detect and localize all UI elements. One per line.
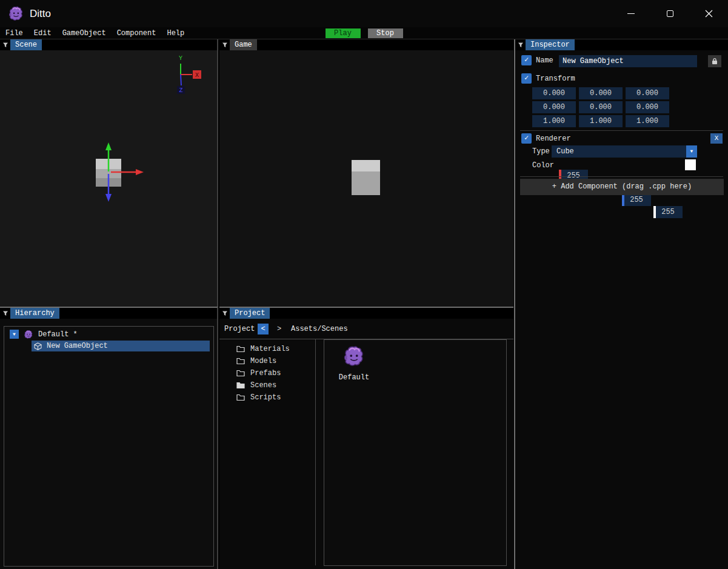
forward-button[interactable]: > xyxy=(277,325,281,333)
titlebar: Ditto xyxy=(0,0,728,27)
app-logo-ditto-icon xyxy=(8,5,24,22)
name-input[interactable] xyxy=(559,55,697,67)
hierarchy-root-row[interactable]: ▼ Default * xyxy=(4,328,213,340)
folder-icon xyxy=(236,370,245,377)
scene-panel: Scene Y X Z xyxy=(0,39,218,307)
tab-project[interactable]: Project xyxy=(230,308,270,319)
folder-label: Scenes xyxy=(250,381,276,390)
play-button[interactable]: Play xyxy=(326,28,361,38)
transform-position-z[interactable]: 0.000 xyxy=(626,87,669,99)
renderer-type-label: Type xyxy=(532,147,550,157)
lock-icon xyxy=(711,58,718,65)
renderer-label: Renderer xyxy=(536,134,571,144)
tab-inspector[interactable]: Inspector xyxy=(526,39,575,50)
gizmo-x-handle[interactable] xyxy=(136,169,144,175)
game-panel-menu-icon[interactable] xyxy=(219,42,230,48)
color-strip-blue xyxy=(622,194,624,206)
project-panel-header: Project xyxy=(219,308,513,319)
back-button[interactable]: < xyxy=(258,324,269,334)
close-icon xyxy=(705,10,713,18)
transform-rotation-y[interactable]: 0.000 xyxy=(579,101,623,113)
axis-y-label: Y xyxy=(179,55,182,62)
menu-component[interactable]: Component xyxy=(112,27,162,39)
gizmo-z-handle[interactable] xyxy=(105,194,112,202)
transform-rotation-z[interactable]: 0.000 xyxy=(626,101,669,113)
project-panel-menu-icon[interactable] xyxy=(219,310,230,316)
hierarchy-item-label: New GameObject xyxy=(47,342,108,350)
transform-scale-z[interactable]: 1.000 xyxy=(626,115,669,127)
axis-z-label: Z xyxy=(179,87,182,94)
folder-label: Models xyxy=(250,357,276,365)
renderer-remove-button[interactable]: X xyxy=(710,133,723,144)
hierarchy-root-label[interactable]: Default * xyxy=(38,330,78,339)
maximize-button[interactable] xyxy=(650,0,689,27)
scene-asset-ditto-icon xyxy=(342,345,366,368)
color-value-a: 255 xyxy=(661,208,675,216)
folder-label: Scripts xyxy=(250,393,281,402)
transform-label: Transform xyxy=(536,74,575,84)
folder-label: Materials xyxy=(250,345,290,353)
menu-help[interactable]: Help xyxy=(161,27,190,39)
menu-file[interactable]: File xyxy=(0,27,28,39)
tree-expand-toggle[interactable]: ▼ xyxy=(10,330,19,339)
hierarchy-tree: ▼ Default * New GameObject xyxy=(4,326,214,567)
game-panel-header: Game xyxy=(219,39,513,50)
transform-scale-x[interactable]: 1.000 xyxy=(532,115,576,127)
transform-rotation-x[interactable]: 0.000 xyxy=(532,101,576,113)
folder-prefabs[interactable]: Prefabs xyxy=(236,367,281,379)
tab-hierarchy[interactable]: Hierarchy xyxy=(10,308,59,319)
project-panel: Project Project < > Assets/Scenes Materi… xyxy=(219,307,513,569)
hierarchy-panel-menu-icon[interactable] xyxy=(0,310,10,316)
renderer-type-dropdown[interactable]: Cube ▼ xyxy=(552,145,697,158)
color-channel-a[interactable]: 255 xyxy=(653,206,683,218)
scene-viewport[interactable]: Y X Z xyxy=(0,50,217,307)
close-button[interactable] xyxy=(689,0,728,27)
folder-label: Prefabs xyxy=(250,369,281,378)
scene-ditto-icon xyxy=(24,330,33,339)
scene-gizmos: Y X Z xyxy=(0,50,217,305)
name-enabled-checkbox[interactable]: ✓ xyxy=(521,55,532,65)
translate-gizmo[interactable] xyxy=(105,142,144,202)
name-label: Name xyxy=(536,56,553,66)
inspector-separator-1 xyxy=(520,130,723,131)
folder-materials[interactable]: Materials xyxy=(236,343,290,354)
color-strip-alpha xyxy=(653,206,656,218)
hierarchy-item-new-gameobject[interactable]: New GameObject xyxy=(32,341,210,351)
renderer-color-label: Color xyxy=(532,161,554,171)
transform-scale-y[interactable]: 1.000 xyxy=(579,115,623,127)
game-cube-object xyxy=(352,160,380,195)
lock-button[interactable] xyxy=(708,55,721,67)
tab-game[interactable]: Game xyxy=(230,39,257,50)
folder-scenes[interactable]: Scenes xyxy=(236,379,276,391)
asset-grid: Default xyxy=(324,339,507,566)
game-cube-front-face xyxy=(352,171,380,195)
stop-button[interactable]: Stop xyxy=(368,28,403,38)
transform-position-x[interactable]: 0.000 xyxy=(532,87,576,99)
maximize-icon xyxy=(667,10,673,17)
dropdown-arrow-icon: ▼ xyxy=(686,145,697,158)
folder-scripts[interactable]: Scripts xyxy=(236,391,281,403)
game-viewport xyxy=(219,50,513,307)
menu-gameobject[interactable]: GameObject xyxy=(57,27,112,39)
asset-default-scene[interactable]: Default xyxy=(336,345,372,382)
tab-scene[interactable]: Scene xyxy=(10,39,42,50)
folder-icon xyxy=(236,345,245,353)
transform-enabled-checkbox[interactable]: ✓ xyxy=(521,73,532,84)
folder-models[interactable]: Models xyxy=(236,355,276,367)
game-cube-top-face xyxy=(352,160,380,171)
menu-edit[interactable]: Edit xyxy=(28,27,57,39)
transform-position-y[interactable]: 0.000 xyxy=(579,87,623,99)
minimize-button[interactable] xyxy=(612,0,650,27)
inspector-separator-2 xyxy=(520,176,723,177)
window-title: Ditto xyxy=(30,8,51,20)
renderer-enabled-checkbox[interactable]: ✓ xyxy=(521,133,532,144)
add-component-button[interactable]: + Add Component (drag .cpp here) xyxy=(520,179,724,195)
inspector-panel-menu-icon[interactable] xyxy=(515,42,526,48)
color-preview-swatch[interactable] xyxy=(685,159,696,170)
axis-orientation-gizmo[interactable]: Y X Z xyxy=(177,55,201,94)
hierarchy-panel-header: Hierarchy xyxy=(0,308,217,319)
color-channel-b[interactable]: 255 xyxy=(622,194,651,206)
scene-panel-menu-icon[interactable] xyxy=(0,42,10,48)
game-panel: Game xyxy=(219,39,513,307)
gizmo-y-handle[interactable] xyxy=(105,142,112,150)
